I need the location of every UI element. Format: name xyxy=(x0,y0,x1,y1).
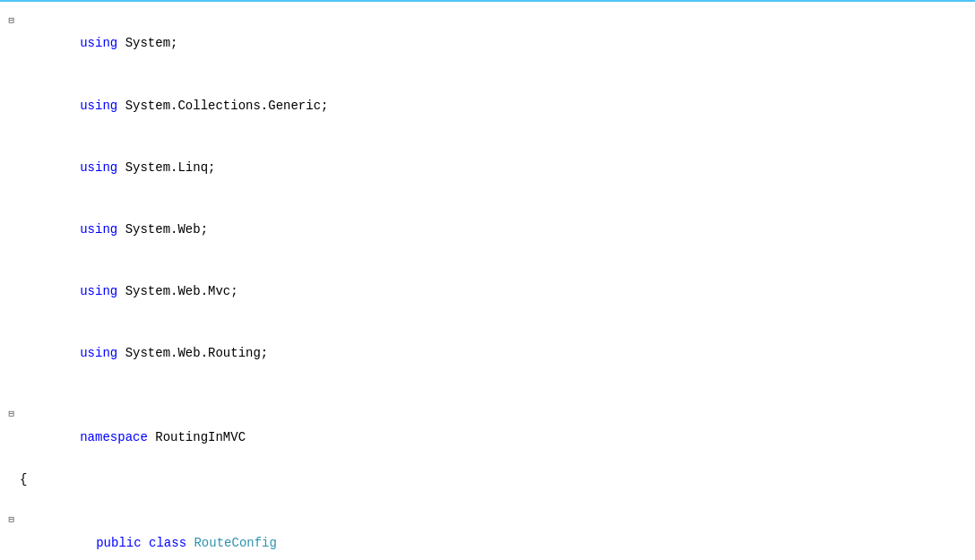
keyword-public-class: public xyxy=(96,536,141,550)
line-text-ns: namespace RoutingInMVC xyxy=(18,407,246,467)
line-text-2b: System.Collections.Generic; xyxy=(117,99,328,113)
line-blank-1 xyxy=(18,385,27,405)
keyword-using-6: using xyxy=(80,346,117,360)
line-text-6b: System.Web.Routing; xyxy=(117,346,268,360)
line-text-class: public class RouteConfig xyxy=(18,513,277,560)
keyword-using-3: using xyxy=(80,160,117,175)
code-line-5: using System.Web.Mvc; xyxy=(0,261,975,323)
line-text-3: using System.Linq; xyxy=(18,137,215,197)
keyword-using-5: using xyxy=(80,284,117,298)
collapse-marker-class: ⊟ xyxy=(0,513,18,529)
keyword-using-2: using xyxy=(80,99,117,113)
line-text-6: using System.Web.Routing; xyxy=(18,323,268,383)
code-line-6: using System.Web.Routing; xyxy=(0,323,975,384)
line-text-3b: System.Linq; xyxy=(117,160,215,175)
code-line-4: using System.Web; xyxy=(0,199,975,261)
code-line-class: ⊟ public class RouteConfig xyxy=(0,512,975,560)
keyword-using-4: using xyxy=(80,222,117,237)
line-text-2: using System.Collections.Generic; xyxy=(18,75,328,135)
code-line-ns: ⊟ namespace RoutingInMVC xyxy=(0,406,975,468)
line-text-1: using System; xyxy=(18,13,177,73)
code-line-brace1: { xyxy=(0,469,975,490)
code-content: ⊟ using System; using System.Collections… xyxy=(0,4,975,560)
class-name: RouteConfig xyxy=(194,536,276,550)
keyword-class: class xyxy=(149,536,186,550)
code-line-2: using System.Collections.Generic; xyxy=(0,74,975,136)
code-line-3: using System.Linq; xyxy=(0,136,975,198)
code-line-1: ⊟ using System; xyxy=(0,13,975,74)
collapse-marker-1: ⊟ xyxy=(0,13,18,30)
ns-name: RoutingInMVC xyxy=(148,430,246,444)
line-blank-2 xyxy=(18,491,27,511)
line-text-4b: System.Web; xyxy=(117,222,208,237)
line-text-5b: System.Web.Mvc; xyxy=(117,284,237,298)
keyword-namespace: namespace xyxy=(80,430,148,444)
line-text: System; xyxy=(117,36,177,50)
keyword-using: using xyxy=(80,36,117,50)
line-text-4: using System.Web; xyxy=(18,200,208,260)
code-editor: ⊟ using System; using System.Collections… xyxy=(0,0,975,560)
line-text-5: using System.Web.Mvc; xyxy=(18,262,238,322)
code-line-blank-2 xyxy=(0,490,975,512)
collapse-marker-ns: ⊟ xyxy=(0,407,18,423)
line-brace1: { xyxy=(18,470,27,489)
code-line-blank-1 xyxy=(0,384,975,406)
